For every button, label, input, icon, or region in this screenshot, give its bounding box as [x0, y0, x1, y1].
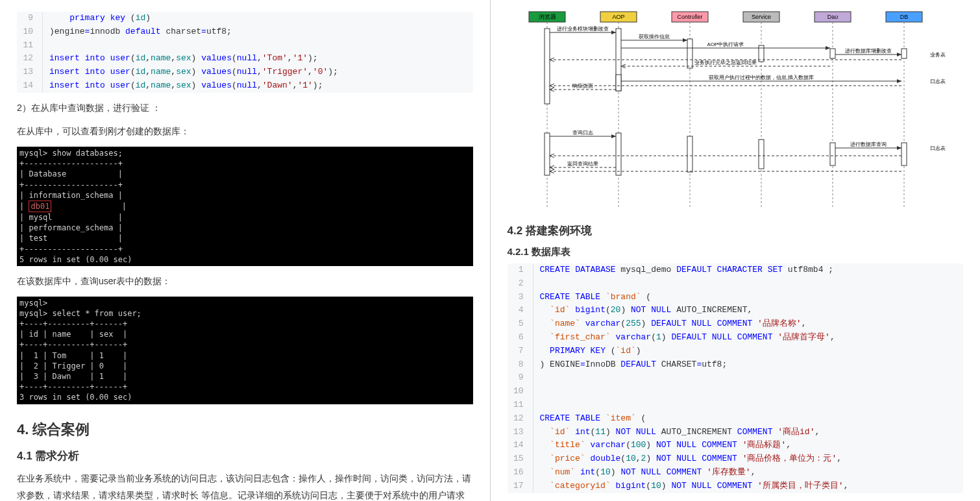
code-line: 9	[508, 371, 964, 385]
svg-text:DB: DB	[900, 14, 908, 20]
code-line: 11	[17, 39, 473, 53]
svg-text:日志表: 日志表	[930, 145, 946, 151]
code-line: 17 `categoryid` bigint(10) NOT NULL COMM…	[508, 480, 964, 493]
para-verify: 2）在从库中查询数据，进行验证 ：	[17, 99, 473, 117]
code-line: 7 PRIMARY KEY (`id`)	[508, 345, 964, 358]
svg-text:查询日志: 查询日志	[572, 130, 593, 136]
svg-rect-25	[545, 133, 550, 175]
code-line: 14insert into user(id,name,sex) values(n…	[17, 79, 473, 93]
svg-rect-29	[830, 143, 835, 165]
svg-text:进行数据库增删改查: 进行数据库增删改查	[845, 48, 892, 54]
left-page: 9 primary key (id)10)engine=innodb defau…	[0, 0, 491, 501]
code-line: 10	[508, 385, 964, 398]
para-slave-db: 在从库中，可以查看到刚才创建的数据库：	[17, 123, 473, 140]
svg-text:业务表: 业务表	[930, 52, 946, 58]
code-line: 9 primary key (id)	[17, 12, 473, 25]
code-line: 11	[508, 398, 964, 412]
svg-rect-28	[759, 140, 764, 169]
code-line: 2	[508, 277, 964, 291]
code-line: 6 `first_char` varchar(1) DEFAULT NULL C…	[508, 331, 964, 345]
svg-text:业务执行完毕之后返回结果: 业务执行完毕之后返回结果	[694, 60, 757, 66]
code-line: 16 `num` int(10) NOT NULL COMMENT '库存数量'…	[508, 466, 964, 480]
right-page: 浏览器AOPControllerServiceDaoDB 进行业务模块增删改查获…	[491, 0, 981, 501]
heading-4-2: 4.2 搭建案例环境	[508, 223, 964, 238]
code-line: 13 `id` int(11) NOT NULL AUTO_INCREMENT …	[508, 426, 964, 439]
svg-rect-26	[616, 133, 621, 175]
svg-rect-27	[687, 136, 692, 172]
code-block-2: 1CREATE DATABASE mysql_demo DEFAULT CHAR…	[508, 263, 964, 493]
code-line: 5 `name` varchar(255) DEFAULT NULL COMME…	[508, 317, 964, 331]
svg-rect-23	[901, 49, 907, 58]
heading-4-1: 4.1 需求分析	[17, 448, 473, 463]
svg-text:返回查询结果: 返回查询结果	[567, 161, 598, 167]
para-requirements: 在业务系统中，需要记录当前业务系统的访问日志，该访问日志包含：操作人，操作时间，…	[17, 470, 473, 502]
terminal-show-databases: mysql> show databases; +----------------…	[17, 147, 473, 266]
heading-4-2-1: 4.2.1 数据库表	[508, 246, 964, 258]
code-line: 13insert into user(id,name,sex) values(n…	[17, 66, 473, 79]
code-line: 15 `price` double(10,2) NOT NULL COMMENT…	[508, 452, 964, 466]
code-line: 14 `title` varchar(100) NOT NULL COMMENT…	[508, 439, 964, 452]
svg-rect-22	[830, 49, 835, 58]
svg-text:AOP: AOP	[612, 14, 624, 20]
sequence-diagram: 浏览器AOPControllerServiceDaoDB 进行业务模块增删改查获…	[515, 6, 956, 214]
svg-text:Service: Service	[752, 14, 771, 20]
svg-text:AOP中执行请求: AOP中执行请求	[707, 42, 744, 47]
svg-text:获取用户执行过程中的数据，信息,插入数据库: 获取用户执行过程中的数据，信息,插入数据库	[709, 75, 814, 80]
svg-text:进行业务模块增删改查: 进行业务模块增删改查	[557, 26, 609, 32]
svg-rect-24	[616, 75, 621, 91]
code-line: 1CREATE DATABASE mysql_demo DEFAULT CHAR…	[508, 263, 964, 277]
svg-text:进行数据库查询: 进行数据库查询	[850, 141, 887, 147]
code-line: 4 `id` bigint(20) NOT NULL AUTO_INCREMEN…	[508, 304, 964, 317]
code-line: 12insert into user(id,name,sex) values(n…	[17, 52, 473, 66]
code-line: 8) ENGINE=InnoDB DEFAULT CHARSET=utf8;	[508, 358, 964, 372]
svg-rect-30	[901, 143, 907, 165]
code-block-1: 9 primary key (id)10)engine=innodb defau…	[17, 12, 473, 93]
para-query-user: 在该数据库中，查询user表中的数据：	[17, 273, 473, 290]
terminal-select-user: mysql> mysql> select * from user; +----+…	[17, 297, 473, 404]
svg-rect-20	[687, 39, 692, 68]
svg-text:浏览器: 浏览器	[538, 14, 556, 20]
svg-text:Controller: Controller	[677, 14, 702, 20]
code-line: 3CREATE TABLE `brand` (	[508, 291, 964, 304]
svg-rect-18	[545, 29, 550, 104]
svg-text:Dao: Dao	[827, 14, 838, 20]
code-line: 10)engine=innodb default charset=utf8;	[17, 25, 473, 39]
heading-section-4: 4. 综合案例	[17, 420, 473, 439]
svg-text:获取操作信息: 获取操作信息	[639, 34, 670, 40]
code-line: 12CREATE TABLE `item` (	[508, 412, 964, 426]
svg-text:日志表: 日志表	[930, 79, 946, 84]
